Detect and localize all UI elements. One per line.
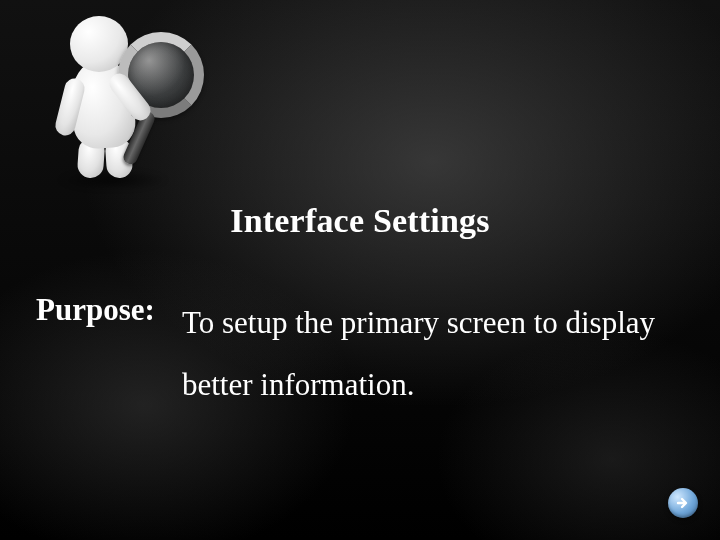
magnifying-glass-icon: [106, 34, 216, 154]
content-row: Purpose: To setup the primary screen to …: [36, 292, 684, 416]
slide: Interface Settings Purpose: To setup the…: [0, 0, 720, 540]
character-with-magnifier-illustration: [28, 0, 208, 195]
slide-title: Interface Settings: [0, 202, 720, 240]
purpose-description: To setup the primary screen to display b…: [182, 292, 684, 416]
arrow-right-icon: [675, 495, 691, 511]
purpose-label: Purpose:: [36, 292, 176, 328]
next-button[interactable]: [668, 488, 698, 518]
